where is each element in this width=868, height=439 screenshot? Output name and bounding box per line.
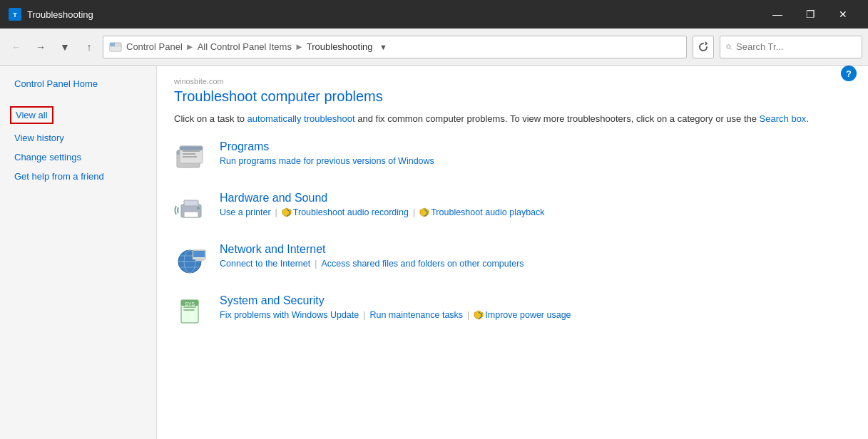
svg-rect-4 — [110, 46, 121, 51]
sidebar-control-panel-home[interactable]: Control Panel Home — [0, 74, 156, 93]
path-all-items: All Control Panel Items — [198, 41, 292, 52]
search-box[interactable] — [720, 36, 862, 58]
shield-icon-2 — [419, 207, 429, 217]
category-hardware: Hardware and Sound Use a printer | Troub… — [174, 192, 851, 226]
page-description: Click on a task to automatically trouble… — [174, 112, 851, 126]
svg-text:SYS: SYS — [185, 301, 195, 306]
path-control-panel: Control Panel — [126, 41, 183, 52]
svg-rect-25 — [195, 259, 204, 261]
path-dropdown-button[interactable]: ▼ — [373, 36, 394, 58]
svg-rect-24 — [193, 251, 205, 257]
network-content: Network and Internet Connect to the Inte… — [220, 243, 524, 269]
shield-icon-3 — [474, 310, 484, 320]
svg-rect-12 — [183, 153, 195, 155]
security-link-1[interactable]: Fix problems with Windows Update — [220, 310, 359, 320]
search-input[interactable] — [736, 41, 856, 52]
close-button[interactable]: ✕ — [827, 0, 859, 29]
hardware-link-1[interactable]: Use a printer — [220, 207, 271, 217]
network-title[interactable]: Network and Internet — [220, 243, 524, 256]
address-path[interactable]: Control Panel ► All Control Panel Items … — [103, 36, 687, 58]
minimize-button[interactable]: — — [761, 0, 794, 29]
hardware-content: Hardware and Sound Use a printer | Troub… — [220, 192, 545, 217]
svg-rect-13 — [183, 156, 197, 157]
security-links: Fix problems with Windows Update | Run m… — [220, 310, 571, 320]
programs-content: Programs Run programs made for previous … — [220, 140, 434, 166]
help-button[interactable]: ? — [841, 66, 857, 81]
watermark: winosbite.com — [174, 77, 851, 86]
programs-link-1[interactable]: Run programs made for previous versions … — [220, 156, 434, 166]
svg-rect-29 — [183, 309, 195, 311]
content-area: winosbite.com ? Troubleshoot computer pr… — [157, 66, 868, 439]
shield-icon-1 — [282, 207, 292, 217]
sidebar-item-change-settings[interactable]: Change settings — [0, 148, 156, 167]
network-icon — [174, 243, 208, 277]
programs-title[interactable]: Programs — [220, 140, 434, 153]
svg-point-17 — [197, 207, 200, 210]
svg-rect-10 — [180, 146, 203, 150]
security-icon: SYS — [174, 294, 208, 329]
programs-icon — [174, 140, 208, 175]
svg-point-5 — [727, 44, 730, 48]
sidebar: Control Panel Home View all View history… — [0, 66, 157, 439]
window-title: Troubleshooting — [27, 9, 761, 20]
restore-button[interactable]: ❐ — [794, 0, 827, 29]
svg-rect-3 — [110, 43, 115, 46]
path-current: Troubleshooting — [307, 41, 373, 52]
hardware-icon — [174, 192, 208, 226]
hardware-title[interactable]: Hardware and Sound — [220, 192, 545, 205]
svg-text:T: T — [13, 11, 17, 19]
programs-links: Run programs made for previous versions … — [220, 156, 434, 166]
category-network: Network and Internet Connect to the Inte… — [174, 243, 851, 277]
main-layout: Control Panel Home View all View history… — [0, 66, 868, 439]
category-programs: Programs Run programs made for previous … — [174, 140, 851, 175]
recent-locations-button[interactable]: ▼ — [54, 36, 76, 58]
up-button[interactable]: ↑ — [78, 36, 100, 58]
svg-line-6 — [730, 48, 731, 49]
security-link-3[interactable]: Improve power usage — [485, 310, 571, 320]
search-icon — [726, 42, 732, 52]
category-security: SYS System and Security Fix problems wit… — [174, 294, 851, 329]
sidebar-item-view-all[interactable]: View all — [10, 106, 53, 124]
window-controls: — ❐ ✕ — [761, 0, 859, 29]
network-link-2[interactable]: Access shared files and folders on other… — [321, 259, 524, 269]
hardware-link-3[interactable]: Troubleshoot audio playback — [431, 207, 544, 217]
app-icon: T — [9, 8, 21, 21]
sidebar-item-view-history[interactable]: View history — [0, 128, 156, 148]
security-content: System and Security Fix problems with Wi… — [220, 294, 571, 320]
hardware-links: Use a printer | Troubleshoot audio recor… — [220, 207, 545, 217]
address-bar: ← → ▼ ↑ Control Panel ► All Control Pane… — [0, 29, 868, 66]
sidebar-item-get-help[interactable]: Get help from a friend — [0, 167, 156, 186]
security-link-2[interactable]: Run maintenance tasks — [369, 310, 463, 320]
svg-rect-15 — [184, 200, 198, 206]
page-title: Troubleshoot computer problems — [174, 88, 851, 105]
network-link-1[interactable]: Connect to the Internet — [220, 259, 310, 269]
svg-rect-11 — [183, 150, 200, 152]
security-title[interactable]: System and Security — [220, 294, 571, 307]
svg-rect-16 — [184, 212, 198, 217]
title-bar: T Troubleshooting — ❐ ✕ — [0, 0, 868, 29]
back-button[interactable]: ← — [6, 36, 27, 58]
svg-rect-28 — [183, 306, 196, 308]
forward-button[interactable]: → — [30, 36, 51, 58]
network-links: Connect to the Internet | Access shared … — [220, 259, 524, 269]
refresh-button[interactable] — [693, 36, 714, 58]
hardware-link-2[interactable]: Troubleshoot audio recording — [293, 207, 409, 217]
